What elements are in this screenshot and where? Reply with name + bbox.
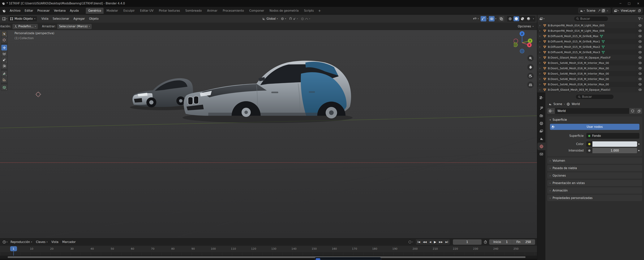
transform-presets-dropdown[interactable]: Predefini... ▾ — [12, 24, 38, 29]
scene-browse-icon[interactable] — [579, 9, 584, 13]
chevron-down-icon[interactable]: ▾ — [487, 18, 488, 20]
object-name[interactable]: B:Diffuser6_Mesh_015_M_GrilleB_Max3 — [548, 51, 600, 54]
overlays-toggle[interactable] — [489, 16, 494, 22]
properties-editor-icon[interactable] — [537, 94, 546, 102]
chevron-down-icon[interactable]: ▾ — [412, 241, 413, 243]
hide-in-viewport-toggle[interactable] — [636, 87, 644, 92]
camera-view-button[interactable] — [527, 73, 534, 79]
jump-to-end-button[interactable]: ▶ — [444, 240, 449, 244]
gizmos-toggle[interactable] — [480, 16, 486, 22]
scene-selector[interactable]: ▾ Scene × — [578, 8, 610, 14]
current-frame-field[interactable]: 1 — [453, 239, 482, 245]
workspace-tab[interactable]: Sombreado — [183, 8, 204, 14]
cursor-tool[interactable] — [1, 37, 7, 43]
drag-action-dropdown[interactable]: Seleccionar (Marco) ▾ — [57, 24, 92, 29]
workspace-tab[interactable]: Modelar — [104, 8, 120, 14]
new-viewlayer-icon[interactable] — [638, 9, 642, 13]
timeline-ruler[interactable]: 1020304050607080901001101201301401501601… — [0, 245, 537, 255]
chevron-down-icon[interactable]: ▾ — [6, 241, 8, 243]
hide-in-viewport-toggle[interactable] — [636, 71, 644, 76]
object-name[interactable]: B:BumperR6_Mesh_014_M_Light_Max_005 — [548, 24, 605, 27]
hide-in-viewport-toggle[interactable] — [636, 55, 644, 60]
chevron-down-icon[interactable]: ▾ — [6, 18, 7, 20]
selectability-dropdown[interactable]: ▾ — [472, 17, 480, 21]
animate-decorator-icon[interactable] — [638, 150, 640, 151]
outliner-row[interactable]: › B:DoorL_SetA6_Mesh_016_M_Interior_Max_… — [537, 76, 644, 82]
surface-shader-field[interactable]: Fondo — [586, 133, 640, 139]
editor-type-icon[interactable] — [2, 17, 6, 21]
outliner-search[interactable]: Buscar — [574, 16, 608, 21]
tab-render[interactable] — [537, 112, 546, 120]
workspace-tab[interactable]: Nodos de geometría — [267, 8, 301, 14]
expand-caret-icon[interactable]: › — [539, 51, 543, 54]
expand-caret-icon[interactable]: › — [539, 35, 543, 38]
transform-tool[interactable] — [1, 63, 7, 69]
proportional-edit-toggle[interactable]: ▾ — [300, 17, 311, 21]
pivot-dropdown[interactable]: ▾ — [280, 17, 287, 21]
new-world-button[interactable] — [636, 108, 642, 114]
object-name[interactable]: B:Diffuser6_Mesh_015_M_GrilleB_Max — [548, 35, 598, 38]
object-name[interactable]: B:DoorL_SetA6_Mesh_016_M_Interior_Max_00 — [548, 83, 609, 86]
auto-keying-toggle[interactable] — [408, 240, 412, 244]
collapsed-panel-header[interactable]: › Pasada de niebla — [547, 165, 642, 171]
expand-caret-icon[interactable]: › — [539, 45, 543, 49]
outliner-row[interactable]: › B:DoorL_SetA6_Mesh_016_M_Interior_Max_… — [537, 60, 644, 66]
viewport-menu-item[interactable]: Objeto — [87, 16, 101, 22]
menu-item[interactable]: Archivo — [8, 8, 22, 14]
outliner-row[interactable]: › B:BumperR6_Mesh_014_M_Light_Max_006 — [537, 28, 644, 34]
outliner-row[interactable]: › B:DoorL_Glass4_Mesh_002_M_Opaque_Plast… — [537, 55, 644, 60]
timeline-scrollbar[interactable] — [0, 255, 537, 259]
expand-caret-icon[interactable]: › — [539, 61, 543, 65]
viewlayer-name[interactable]: ViewLayer — [619, 9, 638, 13]
hide-in-viewport-toggle[interactable] — [636, 50, 644, 55]
use-preview-range-icon[interactable] — [483, 239, 488, 244]
collapsed-panel-header[interactable]: › Volumen — [547, 157, 642, 164]
collapsed-panel-header[interactable]: › Propiedades personalizadas — [547, 195, 642, 201]
timeline-menu-item[interactable]: Vista — [50, 239, 60, 245]
workspace-tab[interactable]: Genérico — [86, 8, 104, 14]
pin-icon[interactable] — [597, 9, 602, 13]
outliner-row[interactable]: › B:Diffuser6_Mesh_015_M_GrilleB_Max3 — [537, 50, 644, 55]
mode-selector[interactable]: Modo Objeto ▾ — [8, 16, 37, 22]
move-tool[interactable] — [1, 45, 7, 51]
world-color-field[interactable] — [586, 141, 637, 147]
tab-output[interactable] — [537, 120, 546, 127]
shading-rendered-button[interactable] — [526, 16, 532, 21]
navigation-gizmo[interactable]: Z Y X — [514, 31, 535, 53]
viewport-menu-item[interactable]: Seleccionar — [50, 16, 71, 22]
expand-caret-icon[interactable]: › — [539, 56, 543, 59]
chevron-down-icon[interactable]: ▾ — [532, 18, 535, 20]
workspace-tab[interactable]: Animar — [205, 8, 220, 14]
viewport-menu-item[interactable]: Vista — [39, 16, 50, 22]
tab-world[interactable] — [537, 143, 546, 150]
outliner-row[interactable]: › B:DoorL_SetA6_Mesh_016_M_Interior_Max_… — [537, 66, 644, 71]
menu-item[interactable]: Procesar — [35, 8, 52, 14]
prev-keyframe-button[interactable]: ◀◀ — [422, 240, 428, 244]
hide-in-viewport-toggle[interactable] — [636, 39, 644, 44]
workspace-tab[interactable]: Esculpir — [121, 8, 137, 14]
workspace-tab[interactable]: Pintar texturas — [156, 8, 182, 14]
tab-scene[interactable] — [537, 135, 546, 143]
object-name[interactable]: B:DoorL_SetA6_Mesh_016_M_Interior_Max_00 — [548, 67, 609, 70]
object-name[interactable]: B:DoorL_SetA6_Mesh_016_M_Interior_Max_00 — [548, 61, 609, 65]
hide-in-viewport-toggle[interactable] — [636, 82, 644, 87]
expand-caret-icon[interactable]: › — [539, 24, 543, 27]
viewport-canvas[interactable]: Personalizada (perspectiva) (1) Collecti… — [0, 30, 537, 238]
scene-name[interactable]: Scene — [585, 9, 597, 13]
blender-menu-icon[interactable] — [2, 8, 6, 13]
expand-caret-icon[interactable]: › — [539, 77, 543, 81]
playhead[interactable]: 1 — [10, 246, 17, 251]
timeline-menu-item[interactable]: Claves▾ — [34, 239, 50, 245]
viewport-menu-item[interactable]: Agregar — [71, 16, 87, 22]
workspace-tab[interactable]: Scripts — [302, 8, 316, 14]
browse-world-button[interactable]: ▾ — [547, 108, 555, 114]
outliner-editor-icon[interactable] — [539, 17, 544, 21]
rotate-tool[interactable] — [1, 51, 7, 57]
viewlayer-icon[interactable] — [614, 9, 618, 13]
viewlayer-selector[interactable]: ▾ ViewLayer — [612, 8, 642, 14]
tab-tool[interactable] — [537, 104, 546, 112]
jump-to-start-button[interactable]: ◀ — [416, 240, 421, 244]
orientation-dropdown[interactable]: Global ▾ — [261, 16, 279, 21]
collapsed-panel-header[interactable]: › Animación — [547, 187, 642, 194]
object-name[interactable]: B:Diffuser6_Mesh_015_M_GrilleB_Max1 — [548, 40, 600, 43]
